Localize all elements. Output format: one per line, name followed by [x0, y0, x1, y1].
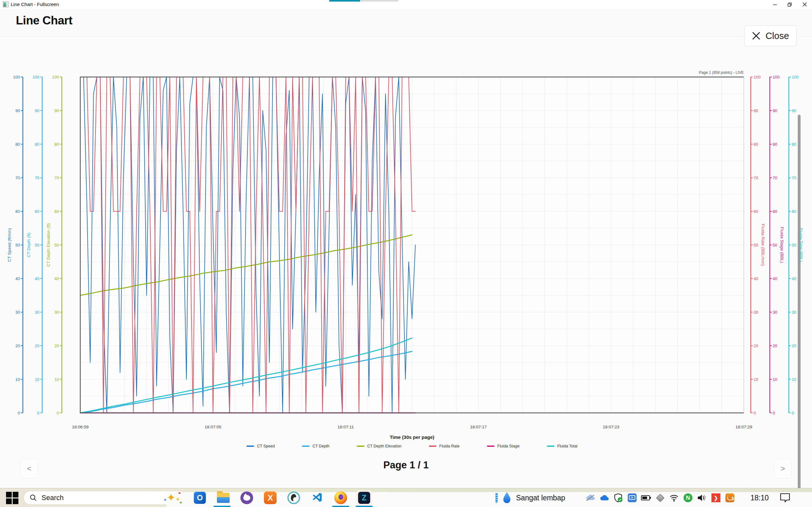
loading-progress-track [360, 0, 398, 2]
copilot-sparkle-icon: ✦✦ ✦ [163, 492, 183, 504]
volume-icon[interactable] [697, 493, 707, 503]
page-header: Line Chart [0, 9, 812, 37]
legend-swatch [547, 446, 554, 447]
dbeaver-icon [287, 492, 300, 504]
diamond-app-icon[interactable] [655, 493, 665, 503]
legend-item-fluida-total: Fluida Total [547, 444, 577, 448]
legend-swatch [247, 446, 254, 447]
chart-legend: CT SpeedCT DepthCT Depth ElevationFluida… [80, 444, 744, 448]
search-input[interactable] [42, 494, 159, 502]
legend-item-fluida-rate: Fluida Rate [429, 444, 460, 448]
wifi-icon[interactable] [669, 493, 679, 503]
taskbar-app-outlook[interactable]: O [192, 490, 207, 505]
legend-label: CT Speed [257, 444, 275, 448]
file-explorer-icon [217, 493, 230, 503]
github-icon [241, 492, 253, 504]
nvidia-icon[interactable]: N [683, 493, 693, 503]
legend-label: Fluida Stage [497, 444, 519, 448]
window-controls [767, 0, 812, 9]
notification-icon [780, 493, 791, 503]
legend-label: CT Depth [312, 444, 329, 448]
xampp-icon: X [264, 492, 276, 504]
app-window-icon [3, 2, 9, 7]
legend-item-ct-depth-elevation: CT Depth Elevation [357, 444, 402, 448]
taskbar-app-github-desktop[interactable] [239, 490, 254, 505]
water-drop-icon [502, 492, 512, 504]
running-indicator-line-chart-app [356, 506, 373, 507]
chart-page [0, 37, 812, 488]
line-chart-app-icon: Z [358, 492, 370, 504]
firefox-icon [334, 492, 347, 504]
close-icon [752, 32, 761, 40]
taskbar: ✦✦ ✦ O X Z San [0, 488, 812, 507]
intel-graphics-icon[interactable] [627, 493, 637, 503]
minimize-button[interactable] [767, 0, 782, 9]
next-page-button[interactable]: > [774, 459, 792, 478]
system-tray: N ❯ [585, 488, 735, 507]
running-indicator-file-explorer [213, 506, 231, 507]
running-indicator-firefox [332, 506, 349, 507]
taskbar-weather-widget[interactable]: Sangat lembap [496, 491, 565, 505]
close-fullscreen-button[interactable]: Close [744, 25, 797, 46]
legend-item-fluida-stage: Fluida Stage [487, 444, 519, 448]
windows-security-icon[interactable] [613, 493, 623, 503]
legend-label: Fluida Rate [439, 444, 460, 448]
start-button[interactable] [6, 492, 18, 504]
taskbar-app-xampp[interactable]: X [263, 490, 278, 505]
window-titlebar: Line Chart - Fullscreen [0, 0, 812, 9]
page-title: Line Chart [16, 14, 72, 27]
window-title: Line Chart - Fullscreen [11, 0, 59, 9]
weather-label: Sangat lembap [516, 494, 565, 502]
taskbar-clock[interactable]: 18:10 [751, 488, 769, 507]
legend-label: Fluida Total [557, 444, 577, 448]
page-indicator: Page 1 / 1 [0, 459, 812, 471]
close-button-label: Close [765, 31, 789, 41]
remote-desktop-app-icon[interactable]: ❯ [711, 493, 721, 503]
legend-swatch [429, 446, 437, 447]
windows-logo-icon [6, 492, 12, 498]
legend-item-ct-depth: CT Depth [302, 444, 329, 448]
page-scrollbar-thumb[interactable] [798, 115, 801, 507]
notification-center-button[interactable] [780, 488, 791, 507]
close-window-icon [803, 2, 807, 7]
legend-swatch [302, 446, 310, 447]
humidity-gauge-icon [496, 493, 498, 503]
minimize-icon [773, 2, 777, 7]
taskbar-search[interactable]: ✦✦ ✦ [23, 491, 187, 505]
legend-label: CT Depth Elevation [367, 444, 402, 448]
loading-progress-bar [329, 0, 360, 2]
legend-swatch [357, 446, 364, 447]
close-window-button[interactable] [797, 0, 812, 9]
taskbar-app-dbeaver[interactable] [286, 490, 301, 505]
java-icon[interactable] [725, 493, 735, 503]
search-icon [30, 494, 37, 502]
onedrive-icon[interactable] [599, 493, 609, 503]
taskbar-app-vscode[interactable] [310, 490, 325, 505]
taskbar-app-file-explorer[interactable] [216, 490, 231, 505]
battery-icon[interactable] [641, 493, 651, 503]
vscode-icon [311, 492, 323, 504]
chart-status-label: Page 1 (858 points) - LIVE [699, 70, 744, 75]
restore-icon [787, 2, 792, 7]
taskbar-app-line-chart-active[interactable]: Z [357, 490, 372, 505]
outlook-icon: O [194, 492, 206, 504]
taskbar-app-firefox[interactable] [333, 490, 348, 505]
onedrive-offline-icon[interactable] [585, 493, 595, 503]
legend-swatch [487, 446, 495, 447]
restore-button[interactable] [782, 0, 797, 9]
legend-item-ct-speed: CT Speed [247, 444, 275, 448]
x-axis-title: Time (30s per page) [80, 435, 744, 440]
